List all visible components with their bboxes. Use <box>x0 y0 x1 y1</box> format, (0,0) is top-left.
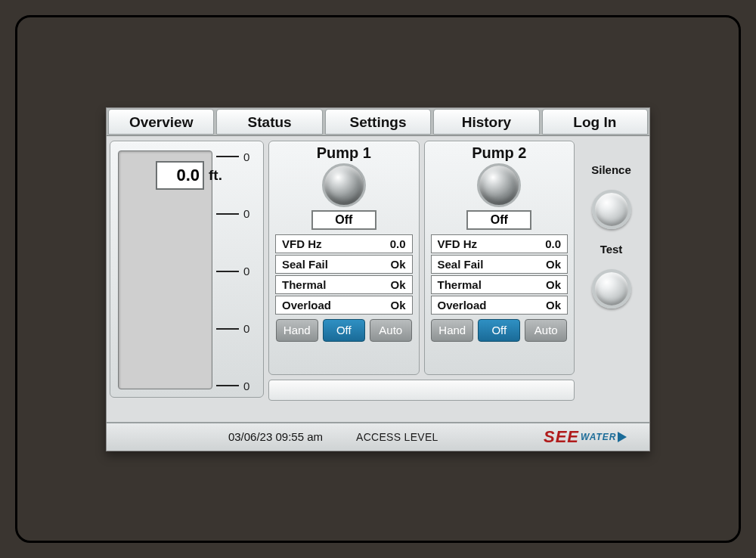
pump-row: Pump 1 Off VFD Hz0.0 Seal FailOk Thermal… <box>268 141 575 375</box>
logo-sub: WATER <box>581 432 616 442</box>
tick-label: 0 <box>243 322 249 335</box>
tab-overview[interactable]: Overview <box>108 109 214 135</box>
pump-1-vfdhz: VFD Hz0.0 <box>275 234 413 253</box>
logo-main: SEE <box>544 427 579 447</box>
main-area: 0 0 0 0 0 0.0 ft. Pump 1 <box>107 136 649 422</box>
pump-2-thermal: ThermalOk <box>431 275 569 294</box>
pump-1-lamp-icon <box>322 163 366 207</box>
level-unit: ft. <box>209 167 222 184</box>
tab-settings[interactable]: Settings <box>325 109 431 135</box>
level-panel: 0 0 0 0 0 0.0 ft. <box>110 141 264 398</box>
pump-1-panel: Pump 1 Off VFD Hz0.0 Seal FailOk Thermal… <box>268 141 420 375</box>
device-bezel: Overview Status Settings History Log In … <box>15 15 741 543</box>
pump-2-hand-button[interactable]: Hand <box>431 319 473 342</box>
pump-1-auto-button[interactable]: Auto <box>370 319 412 342</box>
pump-2-lamp-icon <box>477 163 521 207</box>
pump-2-panel: Pump 2 Off VFD Hz0.0 Seal FailOk Thermal… <box>424 141 575 375</box>
tick-label: 0 <box>243 150 249 163</box>
tab-status[interactable]: Status <box>216 109 322 135</box>
tick-label: 0 <box>243 265 249 277</box>
footer-bar: 03/06/23 09:55 am ACCESS LEVEL SEE WATER <box>107 422 649 451</box>
side-column: Silence Test <box>579 141 643 419</box>
footer-datetime: 03/06/23 09:55 am <box>107 430 341 443</box>
hmi-screen: Overview Status Settings History Log In … <box>106 107 650 451</box>
pump-1-overload: OverloadOk <box>275 296 413 315</box>
pump-2-vfdhz: VFD Hz0.0 <box>431 234 569 253</box>
pump-2-state: Off <box>466 210 531 230</box>
pump-column: Pump 1 Off VFD Hz0.0 Seal FailOk Thermal… <box>268 141 575 419</box>
pump-2-overload: OverloadOk <box>431 296 569 315</box>
pump-1-off-button[interactable]: Off <box>323 319 365 342</box>
tick-label: 0 <box>243 207 249 220</box>
message-bar <box>268 380 575 401</box>
silence-button[interactable] <box>592 190 631 229</box>
pump-2-title: Pump 2 <box>431 144 569 162</box>
pump-1-thermal: ThermalOk <box>275 275 413 294</box>
seewater-logo: SEE WATER <box>544 427 649 447</box>
tab-login[interactable]: Log In <box>542 109 648 135</box>
arrow-icon <box>618 432 627 442</box>
pump-2-off-button[interactable]: Off <box>478 319 520 342</box>
level-value: 0.0 <box>156 161 204 190</box>
silence-label: Silence <box>591 163 631 176</box>
pump-1-title: Pump 1 <box>275 144 413 162</box>
pump-2-sealfail: Seal FailOk <box>431 255 569 274</box>
pump-1-sealfail: Seal FailOk <box>275 255 413 274</box>
level-readout: 0.0 ft. <box>156 160 231 191</box>
tick-label: 0 <box>243 380 249 392</box>
pump-1-hand-button[interactable]: Hand <box>276 319 318 342</box>
tab-bar: Overview Status Settings History Log In <box>107 108 649 136</box>
test-button[interactable] <box>592 269 631 308</box>
footer-access-level: ACCESS LEVEL <box>341 431 544 443</box>
test-label: Test <box>600 243 623 256</box>
pump-2-auto-button[interactable]: Auto <box>525 319 567 342</box>
tab-history[interactable]: History <box>433 109 539 135</box>
pump-1-state: Off <box>311 210 376 230</box>
